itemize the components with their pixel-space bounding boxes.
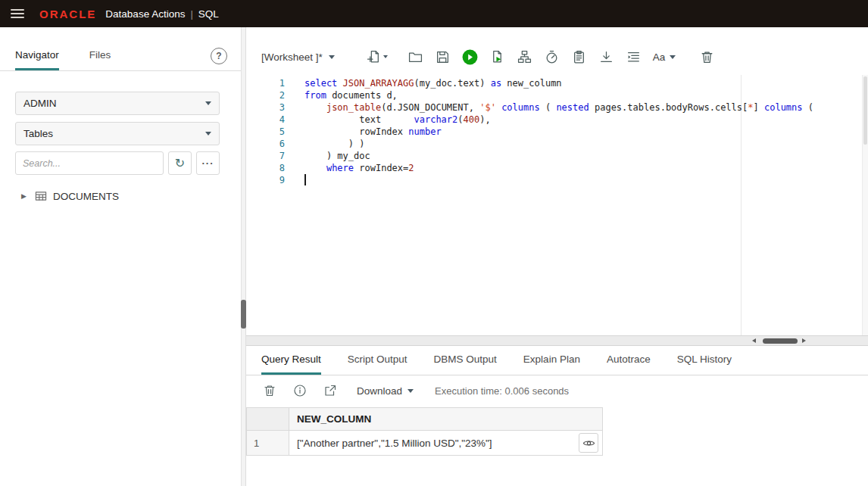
refresh-button[interactable]: ↻ [168,151,192,175]
open-file-button[interactable] [407,48,424,65]
code-line[interactable]: ) ) [304,138,860,150]
menu-icon[interactable] [11,9,24,18]
expand-arrow-icon[interactable]: ▶ [21,192,29,200]
results-table: NEW_COLUMN 1["Another partner","1.5 Mill… [246,407,603,456]
open-external-button[interactable] [322,382,339,399]
explain-plan-icon [517,50,532,64]
tab-files[interactable]: Files [89,41,111,70]
line-number: 8 [246,162,285,174]
search-input[interactable] [15,151,164,175]
horizontal-splitter-grip[interactable] [763,338,798,344]
tree-item-label: DOCUMENTS [53,191,119,202]
results-table-header: NEW_COLUMN [246,407,603,431]
open-external-icon [323,384,337,397]
clipboard-icon [572,50,586,64]
results-tab-script-output[interactable]: Script Output [348,346,407,375]
tree-item-documents[interactable]: ▶ DOCUMENTS [21,187,241,205]
table-grid-icon [35,190,47,202]
download-results-button[interactable]: Download [357,385,414,397]
autotrace-icon [545,50,559,64]
download-label: Download [357,385,402,397]
worksheet-title: [Worksheet ]* [261,51,323,63]
app-context: SQL [198,8,219,20]
editor-vertical-scrollbar[interactable] [862,75,868,335]
code-line[interactable]: from documents d, [304,89,860,101]
column-header[interactable]: NEW_COLUMN [289,407,603,431]
object-type-select[interactable]: Tables [15,122,220,145]
code-line[interactable] [304,174,860,186]
search-row: ↻ ··· [15,151,220,175]
run-script-icon [490,50,504,64]
editor-gutter: 123456789 [246,77,285,186]
font-size-button[interactable]: Aa [653,51,676,63]
run-script-button[interactable] [489,48,506,65]
autotrace-button[interactable] [544,48,560,65]
info-button[interactable] [292,382,308,399]
download-button[interactable] [598,48,615,65]
horizontal-splitter[interactable] [246,335,868,346]
results-tab-query-result[interactable]: Query Result [261,346,321,375]
splitter-arrow-right-icon[interactable] [802,338,806,343]
tab-navigator[interactable]: Navigator [15,41,59,70]
format-button[interactable] [626,48,642,65]
info-icon [293,384,307,397]
download-icon [599,50,614,64]
code-line[interactable]: ) my_doc [304,150,860,162]
font-size-label: Aa [653,51,666,63]
editor-code[interactable]: select JSON_ARRAYAGG(my_doc.text) as new… [304,77,860,335]
line-number: 6 [246,138,285,150]
results-tab-explain-plan[interactable]: Explain Plan [523,346,580,375]
view-value-button[interactable] [579,433,598,453]
scrollbar-thumb[interactable] [863,76,867,145]
code-line[interactable]: text varchar2(400), [304,114,860,126]
sql-editor[interactable]: 123456789 select JSON_ARRAYAGG(my_doc.te… [246,75,868,335]
worksheet-selector[interactable]: [Worksheet ]* [261,51,335,63]
clipboard-button[interactable] [571,48,588,65]
splitter-arrow-left-icon[interactable] [752,338,756,343]
results-tab-dbms-output[interactable]: DBMS Output [434,346,497,375]
chevron-down-icon [205,132,211,136]
new-worksheet-icon [367,50,381,64]
results-panel: Query ResultScript OutputDBMS OutputExpl… [246,346,868,486]
row-number-header [246,407,289,431]
text-cursor [304,174,306,185]
help-icon[interactable]: ? [211,48,227,64]
top-header: ORACLE Database Actions | SQL [0,0,868,27]
line-number: 5 [246,126,285,138]
sidebar-splitter[interactable] [241,27,246,486]
row-number-cell: 1 [246,431,289,456]
save-button[interactable] [435,48,451,65]
line-number: 7 [246,150,285,162]
save-icon [436,50,450,64]
explain-plan-button[interactable] [517,48,533,65]
sidebar-splitter-grip[interactable] [241,300,246,329]
schema-select[interactable]: ADMIN [15,92,220,115]
main-panel: [Worksheet ]* [246,27,868,486]
app-window: ORACLE Database Actions | SQL Navigator … [0,0,868,486]
table-row[interactable]: 1["Another partner","1.5 Million USD","2… [246,431,603,456]
line-number: 2 [246,89,285,101]
clear-worksheet-button[interactable] [698,48,715,65]
app-title[interactable]: Database Actions [105,8,185,20]
format-icon [626,50,641,64]
new-worksheet-button[interactable] [365,48,389,65]
eye-icon [582,437,595,450]
ellipsis-icon: ··· [202,158,214,168]
clear-results-button[interactable] [261,382,278,399]
code-line[interactable]: select JSON_ARRAYAGG(my_doc.text) as new… [304,77,860,89]
results-tab-sql-history[interactable]: SQL History [677,346,732,375]
results-tab-autotrace[interactable]: Autotrace [607,346,651,375]
chevron-down-icon [670,55,676,59]
run-statement-button[interactable] [462,48,479,65]
result-value-cell[interactable]: ["Another partner","1.5 Million USD","23… [289,431,603,456]
chevron-down-icon [205,101,211,105]
code-line[interactable]: json_table(d.JSON_DOCUMENT, '$' columns … [304,101,860,114]
worksheet-toolbar: [Worksheet ]* [246,41,868,73]
results-tabs: Query ResultScript OutputDBMS OutputExpl… [246,346,868,375]
open-folder-icon [408,50,423,64]
code-line[interactable]: rowIndex number [304,126,860,138]
object-type-select-value: Tables [23,128,53,139]
result-value-text: ["Another partner","1.5 Million USD","23… [297,438,492,449]
code-line[interactable]: where rowIndex=2 [304,162,860,174]
more-actions-button[interactable]: ··· [196,151,220,175]
